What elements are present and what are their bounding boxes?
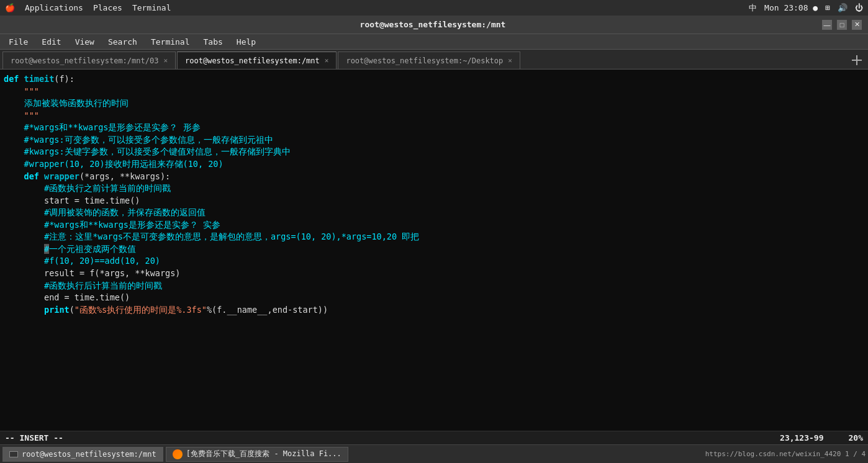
terminal-icon [9, 451, 18, 457]
taskbar-terminal[interactable]: root@westos_netfilesystem:/mnt [2, 447, 163, 462]
network-icon: ⊞ [825, 3, 830, 12]
applications-menu[interactable]: Applications [25, 3, 83, 12]
taskbar-firefox[interactable]: [免费音乐下载_百度搜索 - Mozilla Fi... [166, 447, 348, 462]
menu-help[interactable]: Help [230, 36, 262, 48]
close-button[interactable]: ✕ [852, 20, 862, 30]
terminal-window: root@westos_netfilesystem:/mnt — □ ✕ Fil… [0, 16, 868, 444]
code-line-18: #函数执行后计算当前的时间戳 [4, 280, 864, 292]
tab-close-2[interactable]: ✕ [508, 56, 512, 65]
tab-close-0[interactable]: ✕ [163, 56, 168, 65]
new-tab-button[interactable] [848, 52, 866, 69]
input-method: 中 [749, 2, 757, 14]
maximize-button[interactable]: □ [837, 20, 847, 30]
tab-close-1[interactable]: ✕ [325, 56, 329, 65]
system-bar-right: 中 Mon 23:08 ● ⊞ 🔊 ⏻ [749, 2, 863, 14]
power-icon: ⏻ [855, 3, 863, 12]
taskbar: root@westos_netfilesystem:/mnt [免费音乐下载_百… [0, 444, 868, 463]
code-line-14: #注意：这里*wargs不是可变参数的意思，是解包的意思，args=(10, 2… [4, 231, 864, 243]
code-line-11: start = time.time() [4, 195, 864, 207]
menu-file[interactable]: File [2, 36, 34, 48]
code-line-13: #*wargs和**kwargs是形参还是实参？ 实参 [4, 219, 864, 232]
tab-label-2: root@westos_netfilesystem:~/Desktop [346, 56, 503, 65]
minimize-button[interactable]: — [822, 20, 832, 30]
code-line-3: 添加被装饰函数执行的时间 [4, 97, 864, 110]
code-line-4: """ [4, 110, 864, 122]
svg-rect-1 [856, 55, 857, 65]
tab-label-1: root@westos_netfilesystem:/mnt [185, 56, 320, 65]
taskbar-right-text: https://blog.csdn.net/weixin_4420 1 / 4 [705, 450, 866, 458]
code-line-6: #*wargs:可变参数，可以接受多个参数信息，一般存储到元祖中 [4, 134, 864, 146]
code-line-1: def timeit(f): [4, 73, 864, 86]
menu-edit[interactable]: Edit [35, 36, 67, 48]
code-line-10: #函数执行之前计算当前的时间戳 [4, 182, 864, 195]
terminal-menu[interactable]: Terminal [132, 3, 171, 12]
menu-tabs[interactable]: Tabs [197, 36, 229, 48]
firefox-icon [173, 449, 183, 459]
code-line-20: print("函数%s执行使用的时间是%.3fs"%(f.__name__,en… [4, 304, 864, 317]
code-line-12: #调用被装饰的函数，并保存函数的返回值 [4, 207, 864, 219]
code-line-2: """ [4, 86, 864, 98]
menu-search[interactable]: Search [102, 36, 143, 48]
menu-bar: File Edit View Search Terminal Tabs Help [0, 34, 868, 50]
volume-icon: 🔊 [838, 3, 848, 12]
status-bar: -- INSERT -- 23,123-99 20% [0, 431, 868, 444]
title-bar: root@westos_netfilesystem:/mnt — □ ✕ [0, 16, 868, 34]
code-line-16: #f(10, 20)==add(10, 20) [4, 255, 864, 267]
tab-label-0: root@westos_netfilesystem:/mnt/03 [11, 56, 158, 65]
window-title: root@westos_netfilesystem:/mnt [360, 20, 506, 29]
system-bar-left: 🍎 Applications Places Terminal [5, 3, 171, 12]
taskbar-firefox-label: [免费音乐下载_百度搜索 - Mozilla Fi... [186, 449, 341, 459]
system-bar: 🍎 Applications Places Terminal 中 Mon 23:… [0, 0, 868, 16]
terminal-content[interactable]: def timeit(f): """ 添加被装饰函数执行的时间 """ #*wa… [0, 70, 868, 431]
code-line-8: #wrapper(10, 20)接收时用远祖来存储(10, 20) [4, 158, 864, 171]
title-bar-controls: — □ ✕ [822, 20, 862, 30]
tab-0[interactable]: root@westos_netfilesystem:/mnt/03 ✕ [2, 52, 176, 69]
datetime: Mon 23:08 ● [764, 3, 818, 12]
menu-terminal[interactable]: Terminal [145, 36, 196, 48]
cursor-position: 23,123-99 [780, 433, 823, 443]
code-line-17: result = f(*args, **kwargs) [4, 267, 864, 280]
scroll-percent: 20% [849, 433, 863, 443]
tab-2[interactable]: root@westos_netfilesystem:~/Desktop ✕ [338, 52, 520, 69]
code-line-9: def wrapper(*args, **kwargs): [4, 171, 864, 183]
places-menu[interactable]: Places [93, 3, 122, 12]
code-line-5: #*wargs和**kwargs是形参还是实参？ 形参 [4, 122, 864, 134]
vim-mode: -- INSERT -- [5, 433, 63, 443]
code-line-7: #kwargs:关键字参数，可以接受多个键值对信息，一般存储到字典中 [4, 146, 864, 158]
menu-view[interactable]: View [69, 36, 101, 48]
code-line-19: end = time.time() [4, 292, 864, 304]
apple-icon: 🍎 [5, 3, 15, 12]
tab-bar: root@westos_netfilesystem:/mnt/03 ✕ root… [0, 50, 868, 70]
taskbar-terminal-label: root@westos_netfilesystem:/mnt [22, 450, 156, 459]
tab-1[interactable]: root@westos_netfilesystem:/mnt ✕ [177, 52, 337, 69]
code-line-15: #一个元祖变成两个数值 [4, 243, 864, 256]
